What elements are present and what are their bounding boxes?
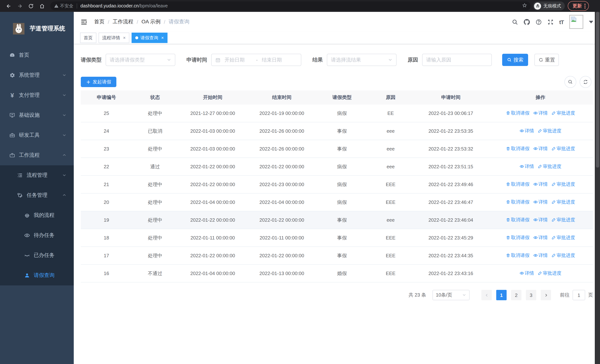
sidebar-item-6[interactable]: 流程管理 [0, 165, 74, 185]
sidebar-item-8[interactable]: 我的流程 [0, 205, 74, 225]
browser-scrollbar[interactable] [595, 12, 600, 364]
action-progress-link[interactable]: 审批进度 [552, 235, 575, 241]
address-bar[interactable]: 不安全 dashboard.yudao.iocoder.cn/bpm/oa/le… [50, 1, 531, 10]
refresh-cycle-icon [583, 79, 588, 84]
breadcrumb-item-3: 请假查询 [169, 19, 189, 25]
not-secure-warning[interactable]: 不安全 [54, 3, 73, 9]
sidebar-item-2[interactable]: ¥支付管理 [0, 85, 74, 105]
action-detail-link[interactable]: 详情 [520, 128, 534, 134]
sidebar-item-0[interactable]: 首页 [0, 45, 74, 65]
reset-button[interactable]: 重置 [534, 54, 559, 66]
action-label: 取消请假 [511, 181, 530, 187]
home-icon[interactable] [36, 2, 47, 10]
sidebar-item-9[interactable]: 待办任务 [0, 225, 74, 245]
leave-table: 申请编号状态开始时间结束时间请假类型原因申请时间操作 25处理中2021-12-… [81, 90, 593, 282]
action-cancel-link[interactable]: 取消请假 [506, 110, 530, 116]
sidebar-item-label: 首页 [19, 52, 29, 59]
action-cancel-link[interactable]: 取消请假 [506, 181, 530, 187]
scrollbar-thumb[interactable] [596, 12, 599, 168]
action-label: 取消请假 [511, 199, 530, 205]
github-icon[interactable] [524, 19, 530, 25]
action-detail-link[interactable]: 详情 [533, 252, 548, 259]
avatar-dropdown-icon[interactable] [589, 20, 593, 23]
sidebar-item-7[interactable]: 任务管理 [0, 185, 74, 205]
action-progress-link[interactable]: 审批进度 [538, 128, 562, 134]
action-progress-link[interactable]: 审批进度 [538, 163, 562, 170]
browser-menu-icon[interactable] [584, 3, 586, 8]
breadcrumb-item-2[interactable]: OA 示例 [141, 19, 161, 25]
tab-1[interactable]: 流程详情× [99, 33, 129, 43]
search-icon [507, 57, 512, 62]
prev-page-button[interactable] [481, 290, 492, 300]
sidebar-item-3[interactable]: 基础设施 [0, 105, 74, 125]
action-detail-link[interactable]: 详情 [533, 217, 548, 223]
sidebar-item-5[interactable]: 工作流程 [0, 145, 74, 165]
url-path: /bpm/oa/leave [139, 3, 168, 9]
bookmark-star-icon[interactable] [522, 3, 527, 9]
reason-input[interactable] [422, 57, 491, 63]
action-progress-link[interactable]: 审批进度 [538, 270, 562, 277]
sidebar-item-11[interactable]: 请假查询 [0, 265, 74, 285]
reload-icon[interactable] [25, 2, 36, 10]
end-date-input[interactable] [261, 57, 290, 63]
back-icon[interactable] [3, 2, 14, 10]
action-detail-link[interactable]: 详情 [533, 110, 548, 116]
fullscreen-icon[interactable] [547, 19, 554, 25]
search-icon[interactable] [512, 19, 518, 25]
leave-type-select[interactable]: 请选择请假类型 [106, 54, 175, 66]
action-progress-link[interactable]: 审批进度 [552, 199, 575, 205]
page-button-1[interactable]: 1 [496, 290, 506, 300]
font-size-icon[interactable]: tT [559, 19, 564, 25]
tab-2[interactable]: 请假查询× [131, 33, 168, 43]
action-cancel-link[interactable]: 取消请假 [506, 252, 530, 259]
action-label: 详情 [538, 110, 548, 116]
cell: 2022-01-22 23:46:04 [414, 211, 488, 229]
create-leave-button[interactable]: 发起请假 [81, 77, 116, 87]
chevron-down-icon [62, 172, 66, 178]
action-detail-link[interactable]: 详情 [533, 199, 548, 205]
action-detail-link[interactable]: 详情 [533, 146, 548, 152]
cell: 病假 [316, 193, 367, 211]
forward-icon[interactable] [14, 2, 25, 10]
cell: 病假 [316, 104, 367, 122]
result-select[interactable]: 请选择流结果 [327, 54, 396, 66]
goto-page-input[interactable] [572, 290, 585, 300]
action-detail-link[interactable]: 详情 [520, 163, 534, 170]
start-date-input[interactable] [224, 57, 253, 63]
search-button[interactable]: 搜索 [502, 54, 528, 66]
page-button-3[interactable]: 3 [526, 290, 536, 300]
action-cancel-link[interactable]: 取消请假 [506, 199, 530, 205]
update-button[interactable]: 更新 [568, 1, 589, 11]
breadcrumb-item-1[interactable]: 工作流程 [113, 19, 133, 25]
help-icon[interactable] [535, 19, 542, 25]
action-cancel-link[interactable]: 取消请假 [506, 217, 530, 223]
action-progress-link[interactable]: 审批进度 [552, 110, 575, 116]
tab-0[interactable]: 首页 [80, 33, 96, 43]
cell: 病假 [316, 158, 367, 176]
page-size-select[interactable]: 10条/页 [432, 290, 469, 300]
sidebar-item-10[interactable]: 已办任务 [0, 245, 74, 265]
sidebar-item-4[interactable]: 研发工具 [0, 125, 74, 145]
avatar[interactable] [569, 15, 583, 29]
action-cancel-link[interactable]: 取消请假 [506, 146, 530, 152]
action-cancel-link[interactable]: 取消请假 [506, 235, 530, 241]
close-icon[interactable]: × [161, 35, 164, 40]
refresh-table-button[interactable] [580, 76, 591, 88]
breadcrumb-item-0[interactable]: 首页 [94, 19, 104, 25]
action-detail-link[interactable]: 详情 [533, 181, 548, 187]
page-button-2[interactable]: 2 [511, 290, 521, 300]
action-progress-link[interactable]: 审批进度 [552, 146, 575, 152]
app-logo[interactable]: 芋道管理系统 [0, 12, 74, 45]
action-detail-link[interactable]: 详情 [520, 270, 534, 277]
action-progress-link[interactable]: 审批进度 [552, 181, 575, 187]
gear-icon [9, 72, 15, 78]
next-page-button[interactable] [541, 290, 551, 300]
action-progress-link[interactable]: 审批进度 [552, 217, 575, 223]
action-detail-link[interactable]: 详情 [533, 235, 548, 241]
show-search-button[interactable] [564, 76, 576, 88]
sidebar-item-1[interactable]: 系统管理 [0, 65, 74, 85]
close-icon[interactable]: × [123, 35, 126, 40]
apply-time-range-picker[interactable]: - [211, 54, 301, 66]
action-progress-link[interactable]: 审批进度 [552, 252, 575, 259]
sidebar-collapse-icon[interactable] [80, 18, 87, 25]
